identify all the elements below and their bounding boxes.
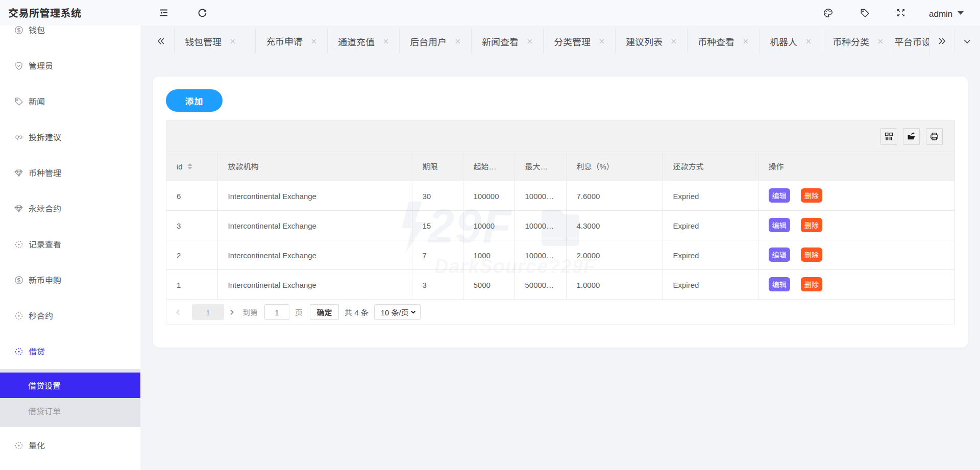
cell-term: 30 — [412, 181, 463, 210]
tabs-menu-button[interactable] — [954, 29, 980, 54]
sidebar-item[interactable]: 秒合约 — [0, 298, 140, 333]
print-button[interactable] — [926, 128, 943, 145]
close-icon[interactable] — [671, 38, 677, 44]
user-menu[interactable]: admin — [929, 0, 964, 26]
sidebar-item-label: 新币申购 — [29, 274, 61, 286]
cell-max: 10000… — [514, 210, 566, 240]
tabs-scroll-right-button[interactable] — [929, 29, 954, 54]
delete-button[interactable]: 删除 — [801, 188, 822, 203]
tab-label: 币种分类 — [832, 35, 869, 48]
tab-item[interactable]: 钱包管理 — [175, 29, 256, 54]
sort-icon[interactable] — [187, 163, 192, 169]
close-icon[interactable] — [527, 38, 533, 44]
tab-label: 建议列表 — [626, 35, 663, 48]
next-page-button[interactable] — [228, 304, 235, 320]
tab-item[interactable]: 币种分类 — [822, 29, 894, 54]
cell-interest: 1.0000 — [566, 269, 663, 299]
cell-repay: Expried — [663, 181, 758, 210]
edit-button[interactable]: 编辑 — [769, 248, 790, 262]
col-start: 起始… — [463, 152, 514, 181]
tab-item[interactable]: 通道充值 — [328, 29, 400, 54]
tab-item[interactable]: 新闻查看 — [472, 29, 544, 54]
close-icon[interactable] — [455, 38, 461, 44]
tab-item[interactable]: 充币申请 — [256, 29, 328, 54]
sidebar-item[interactable]: 币种管理 — [0, 155, 140, 190]
fullscreen-icon — [896, 8, 905, 17]
shield-check-icon — [14, 61, 23, 70]
close-icon[interactable] — [805, 38, 812, 44]
sidebar-item[interactable]: 永续合约 — [0, 190, 140, 226]
current-page[interactable]: 1 — [192, 304, 224, 320]
prev-page-button[interactable] — [175, 304, 182, 320]
cell-repay: Expired — [663, 210, 758, 240]
coin-icon — [14, 26, 23, 34]
edit-button[interactable]: 编辑 — [769, 188, 790, 203]
tab-item[interactable]: 币种查看 — [688, 29, 760, 54]
cell-term: 7 — [412, 240, 463, 269]
tab-item[interactable]: 平台币设 — [894, 29, 929, 54]
print-icon — [930, 132, 939, 141]
export-button[interactable] — [903, 128, 920, 145]
page-size-select[interactable]: 10 条/页 — [374, 304, 421, 320]
tab-label: 分类管理 — [554, 35, 591, 48]
delete-button[interactable]: 删除 — [801, 218, 822, 232]
content-card: 添加 29F DarkSource?29F — [153, 77, 968, 348]
sidebar-item[interactable]: 量化 — [0, 427, 140, 463]
col-id[interactable]: id — [166, 152, 217, 181]
delete-button[interactable]: 删除 — [801, 277, 822, 291]
sidebar-subitem-loan-settings[interactable]: 借贷设置 — [0, 373, 140, 398]
sidebar-item-label: 管理员 — [29, 59, 53, 71]
sidebar-item[interactable]: 新币申购 — [0, 262, 140, 298]
sidebar-item[interactable]: 新闻 — [0, 83, 140, 119]
close-icon[interactable] — [311, 38, 317, 44]
gear-icon — [14, 311, 23, 320]
col-max: 最大… — [514, 152, 566, 181]
sidebar-item[interactable]: 借贷 — [0, 333, 140, 369]
sidebar-item-label: 秒合约 — [29, 309, 53, 321]
tab-item[interactable]: 机器人 — [760, 29, 822, 54]
close-icon[interactable] — [599, 38, 605, 44]
tab-item[interactable]: 后台用户 — [400, 29, 472, 54]
sidebar-item[interactable]: 钱包 — [0, 26, 140, 47]
sidebar-item[interactable]: 管理员 — [0, 47, 140, 83]
close-icon[interactable] — [383, 38, 389, 44]
close-icon[interactable] — [743, 38, 749, 44]
tag-button[interactable] — [855, 0, 874, 26]
close-icon[interactable] — [877, 38, 884, 44]
delete-button[interactable]: 删除 — [801, 248, 822, 262]
goto-label: 到第 — [242, 307, 258, 317]
refresh-button[interactable] — [193, 0, 211, 26]
filter-columns-button[interactable] — [880, 128, 897, 145]
goto-page-input[interactable] — [264, 304, 289, 320]
page-size-value: 10 条/页 — [381, 307, 409, 317]
edit-button[interactable]: 编辑 — [769, 218, 790, 232]
cell-start: 100000 — [463, 181, 514, 210]
tab-label: 新闻查看 — [482, 35, 519, 48]
sidebar: 钱包 管理员 新闻 投拆建议 币种管理 永续合约 — [0, 26, 140, 470]
tab-label: 平台币设 — [894, 35, 929, 48]
tab-item[interactable]: 分类管理 — [544, 29, 616, 54]
theme-button[interactable] — [819, 0, 837, 26]
close-icon[interactable] — [230, 38, 236, 44]
cell-org: Intercontinental Exchange — [217, 269, 412, 299]
sidebar-item-label: 量化 — [29, 439, 45, 451]
fullscreen-button[interactable] — [892, 0, 910, 26]
tabs-scroll-left-button[interactable] — [140, 29, 175, 54]
sidebar-subitem-loan-orders[interactable]: 借贷订单 — [0, 398, 140, 424]
confirm-button[interactable]: 确定 — [310, 304, 339, 320]
sidebar-item-label: 新闻 — [29, 95, 45, 107]
cell-id: 6 — [166, 181, 217, 210]
sidebar-item[interactable]: 投拆建议 — [0, 119, 140, 155]
tab-bar: 钱包管理 充币申请 通道充值 后台用户 新闻查看 分类管理 — [140, 26, 980, 54]
cell-max: 10000… — [514, 181, 566, 210]
edit-button[interactable]: 编辑 — [769, 277, 790, 291]
tab-label: 机器人 — [770, 35, 797, 48]
tab-item[interactable]: 建议列表 — [616, 29, 688, 54]
sidebar-submenu: 借贷设置 借贷订单 — [0, 369, 140, 427]
collapse-sidebar-button[interactable] — [155, 0, 173, 26]
tag-icon — [14, 96, 23, 106]
gear-icon — [14, 347, 23, 356]
add-button[interactable]: 添加 — [166, 89, 223, 112]
sidebar-item[interactable]: 记录查看 — [0, 226, 140, 262]
cell-term: 15 — [412, 210, 463, 240]
